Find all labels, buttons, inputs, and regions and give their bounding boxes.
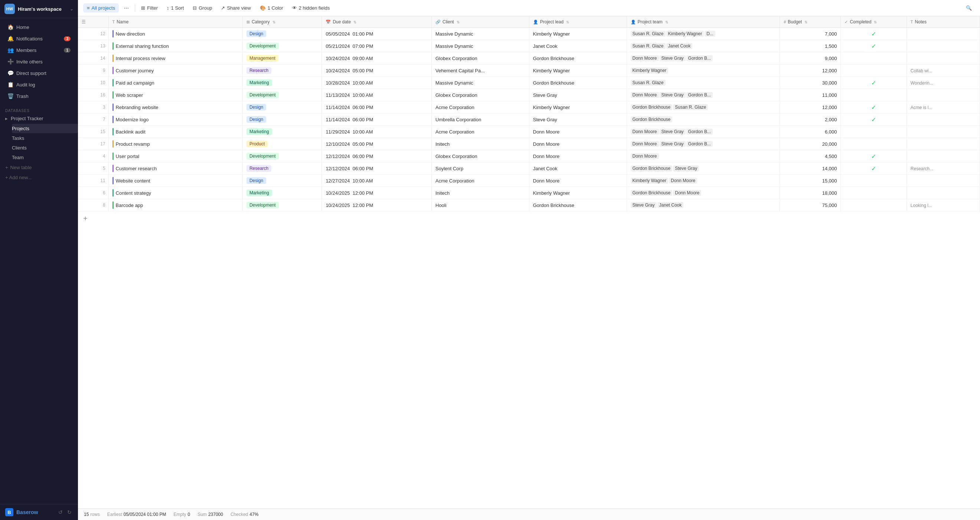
row-project-lead-cell[interactable]: Gordon Brickhouse — [529, 77, 627, 89]
row-name-cell[interactable]: Internal process review — [108, 52, 242, 65]
row-due-date-cell[interactable]: 10/24/2025 12:00 PM — [322, 187, 432, 199]
sidebar-item-notifications[interactable]: 🔔 Notifications 3 — [2, 33, 76, 44]
table-row[interactable]: 14 Internal process review Management10/… — [78, 52, 980, 65]
row-name-cell[interactable]: Product revamp — [108, 138, 242, 150]
col-header-client[interactable]: 🔗 Client ⇅ — [432, 16, 529, 28]
row-name-cell[interactable]: External sharing function — [108, 40, 242, 52]
row-completed-cell[interactable] — [841, 89, 907, 101]
row-project-lead-cell[interactable]: Donn Moore — [529, 138, 627, 150]
row-project-lead-cell[interactable]: Kimberly Wagner — [529, 101, 627, 114]
add-new-button[interactable]: + Add new... — [0, 173, 78, 182]
row-name-cell[interactable]: Website content — [108, 175, 242, 187]
row-completed-cell[interactable]: ✓ — [841, 162, 907, 175]
row-completed-cell[interactable]: ✓ — [841, 40, 907, 52]
add-row-button[interactable]: + — [78, 211, 980, 226]
new-table-button[interactable]: + New table — [0, 162, 78, 173]
table-row[interactable]: 3 Rebranding website Design11/14/2024 06… — [78, 101, 980, 114]
row-project-team-cell[interactable]: Donn MooreSteve GrayGordon B... — [627, 138, 780, 150]
color-button[interactable]: 🎨 1 Color — [256, 3, 287, 13]
row-due-date-cell[interactable]: 11/14/2024 06:00 PM — [322, 101, 432, 114]
row-category-cell[interactable]: Development — [242, 89, 321, 101]
row-budget-cell[interactable]: 14,000 — [780, 162, 841, 175]
table-row[interactable]: 7 Modernize logo Design11/14/2024 06:00 … — [78, 114, 980, 126]
row-project-lead-cell[interactable]: Donn Moore — [529, 175, 627, 187]
row-category-cell[interactable]: Management — [242, 52, 321, 65]
col-header-project-lead[interactable]: 👤 Project lead ⇅ — [529, 16, 627, 28]
row-project-team-cell[interactable]: Kimberly Wagner — [627, 65, 780, 77]
row-project-lead-cell[interactable]: Kimberly Wagner — [529, 65, 627, 77]
row-category-cell[interactable]: Development — [242, 150, 321, 162]
row-completed-cell[interactable] — [841, 52, 907, 65]
row-category-cell[interactable]: Research — [242, 162, 321, 175]
table-row[interactable]: 10 Paid ad campaign Marketing10/28/2024 … — [78, 77, 980, 89]
row-project-team-cell[interactable]: Gordon BrickhouseDonn Moore — [627, 187, 780, 199]
row-completed-cell[interactable] — [841, 175, 907, 187]
row-due-date-cell[interactable]: 12/12/2024 06:00 PM — [322, 150, 432, 162]
table-row[interactable]: 12 New direction Design05/05/2024 01:00 … — [78, 28, 980, 40]
row-notes-cell[interactable]: Acme is l... — [907, 101, 980, 114]
row-name-cell[interactable]: Web scraper — [108, 89, 242, 101]
row-project-team-cell[interactable]: Gordon BrickhouseSteve Gray — [627, 162, 780, 175]
row-name-cell[interactable]: Content strategy — [108, 187, 242, 199]
row-project-lead-cell[interactable]: Steve Gray — [529, 89, 627, 101]
row-category-cell[interactable]: Product — [242, 138, 321, 150]
row-project-lead-cell[interactable]: Donn Moore — [529, 150, 627, 162]
row-client-cell[interactable]: Globex Corporation — [432, 52, 529, 65]
row-due-date-cell[interactable]: 12/10/2024 05:00 PM — [322, 138, 432, 150]
row-due-date-cell[interactable]: 11/13/2024 10:00 AM — [322, 89, 432, 101]
sidebar-item-audit[interactable]: 📋 Audit log — [2, 79, 76, 90]
col-header-project-team[interactable]: 👤 Project team ⇅ — [627, 16, 780, 28]
row-due-date-cell[interactable]: 11/29/2024 10:00 AM — [322, 126, 432, 138]
row-project-team-cell[interactable]: Susan R. GlazeKimberly WagnerD... — [627, 28, 780, 40]
row-category-cell[interactable]: Marketing — [242, 126, 321, 138]
row-project-team-cell[interactable]: Gordon Brickhouse — [627, 114, 780, 126]
row-name-cell[interactable]: Modernize logo — [108, 114, 242, 126]
row-client-cell[interactable]: Massive Dynamic — [432, 40, 529, 52]
row-name-cell[interactable]: Paid ad campaign — [108, 77, 242, 89]
sidebar-item-invite[interactable]: ➕ Invite others — [2, 56, 76, 67]
row-notes-cell[interactable] — [907, 175, 980, 187]
row-project-lead-cell[interactable]: Janet Cook — [529, 162, 627, 175]
row-client-cell[interactable]: Massive Dynamic — [432, 77, 529, 89]
row-completed-cell[interactable]: ✓ — [841, 114, 907, 126]
row-project-lead-cell[interactable]: Kimberly Wagner — [529, 187, 627, 199]
row-due-date-cell[interactable]: 11/14/2024 06:00 PM — [322, 114, 432, 126]
row-category-cell[interactable]: Research — [242, 65, 321, 77]
row-name-cell[interactable]: Customer journey — [108, 65, 242, 77]
col-header-category[interactable]: ⊞ Category ⇅ — [242, 16, 321, 28]
row-completed-cell[interactable]: ✓ — [841, 28, 907, 40]
sort-button[interactable]: ↕ 1 Sort — [163, 3, 188, 13]
row-budget-cell[interactable]: 11,000 — [780, 89, 841, 101]
row-budget-cell[interactable]: 12,000 — [780, 101, 841, 114]
more-views-button[interactable]: ⋯ — [120, 3, 132, 13]
row-notes-cell[interactable] — [907, 52, 980, 65]
row-notes-cell[interactable]: Research... — [907, 162, 980, 175]
row-project-lead-cell[interactable]: Kimberly Wagner — [529, 28, 627, 40]
row-notes-cell[interactable] — [907, 89, 980, 101]
sidebar-item-members[interactable]: 👥 Members 1 — [2, 44, 76, 55]
row-category-cell[interactable]: Marketing — [242, 77, 321, 89]
row-budget-cell[interactable]: 15,000 — [780, 175, 841, 187]
row-budget-cell[interactable]: 9,000 — [780, 52, 841, 65]
row-completed-cell[interactable] — [841, 199, 907, 211]
row-category-cell[interactable]: Design — [242, 101, 321, 114]
undo-button[interactable]: ↺ — [57, 508, 64, 516]
row-budget-cell[interactable]: 30,000 — [780, 77, 841, 89]
row-due-date-cell[interactable]: 12/27/2024 10:00 AM — [322, 175, 432, 187]
all-projects-view-button[interactable]: ≡ All projects — [83, 3, 119, 13]
row-budget-cell[interactable]: 12,000 — [780, 65, 841, 77]
table-row[interactable]: 6 Content strategy Marketing10/24/2025 1… — [78, 187, 980, 199]
row-project-team-cell[interactable]: Susan R. Glaze — [627, 77, 780, 89]
sidebar-item-projects[interactable]: Projects — [12, 124, 78, 133]
row-project-lead-cell[interactable]: Donn Moore — [529, 126, 627, 138]
row-project-lead-cell[interactable]: Janet Cook — [529, 40, 627, 52]
filter-button[interactable]: ⊞ Filter — [137, 3, 161, 13]
row-client-cell[interactable]: Massive Dynamic — [432, 28, 529, 40]
row-client-cell[interactable]: Globex Corporation — [432, 150, 529, 162]
row-due-date-cell[interactable]: 10/24/2025 12:00 PM — [322, 199, 432, 211]
row-notes-cell[interactable] — [907, 28, 980, 40]
row-name-cell[interactable]: Customer research — [108, 162, 242, 175]
table-row[interactable]: 17 Product revamp Product12/10/2024 05:0… — [78, 138, 980, 150]
col-header-due-date[interactable]: 📅 Due date ⇅ — [322, 16, 432, 28]
col-header-completed[interactable]: ✓ Completed ⇅ — [841, 16, 907, 28]
